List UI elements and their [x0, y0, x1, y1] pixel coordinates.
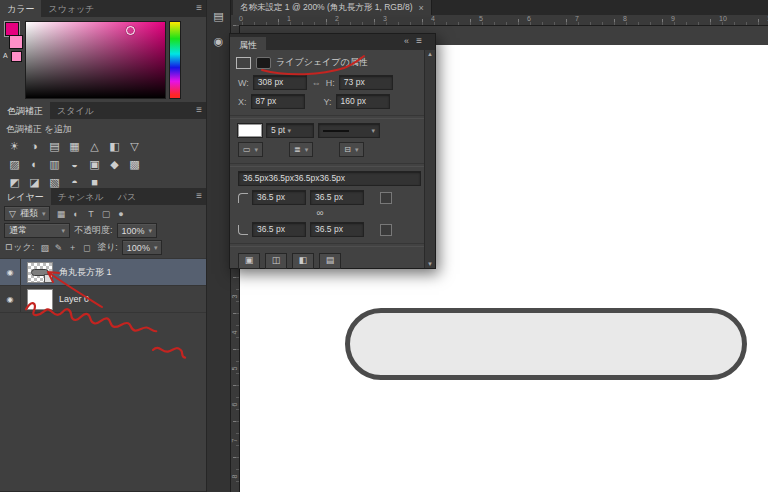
blend-mode-select[interactable]: 通常 ▾	[4, 223, 70, 238]
tab-layers[interactable]: レイヤー	[0, 188, 51, 205]
y-field[interactable]: 160 px	[336, 94, 390, 109]
stroke-row: 5 pt ▾ ▾	[230, 123, 435, 138]
layer-row-layer0[interactable]: ◉ Layer 0	[0, 286, 206, 313]
position-row: X: 87 px ⇔ Y: 160 px	[230, 94, 435, 109]
adjustment-icon[interactable]: ▣	[87, 158, 102, 171]
stroke-width-value: 5 pt	[271, 125, 285, 135]
layer-visibility-toggle[interactable]: ◉	[0, 286, 21, 312]
adjustment-icon[interactable]: ◐	[27, 158, 42, 170]
adjustment-icon[interactable]: ◧	[107, 140, 122, 153]
tab-paths[interactable]: パス	[111, 188, 143, 205]
layer-name[interactable]: Layer 0	[59, 294, 89, 304]
adjust-icon-row-1: ☀◑▤▦△◧▽	[0, 137, 206, 155]
lock-icon[interactable]: ▨	[38, 242, 51, 254]
adjustment-icon[interactable]: △	[87, 140, 102, 153]
stroke-corner-select[interactable]: ⊟ ▾	[339, 142, 363, 157]
chain-link-icon[interactable]: ∞	[316, 207, 323, 218]
stroke-align-select[interactable]: ▭ ▾	[238, 142, 263, 157]
layer-thumbnail[interactable]	[27, 262, 53, 283]
panel-menu-icon[interactable]: ≡	[196, 2, 202, 13]
lock-icon[interactable]: ✎	[52, 242, 65, 254]
link-radius-checkbox[interactable]	[380, 192, 392, 204]
adjustment-icon[interactable]: ◩	[7, 176, 22, 189]
radius-top-right-field[interactable]: 36.5 px	[310, 190, 364, 205]
rounded-rectangle-shape[interactable]	[345, 308, 747, 380]
adjustment-icon[interactable]: ◆	[107, 158, 122, 171]
radius-bottom-right-field[interactable]: 36.5 px	[310, 222, 364, 237]
adjustment-icon[interactable]: ▩	[127, 158, 142, 171]
lock-icon[interactable]: +	[66, 242, 79, 254]
hue-slider[interactable]	[169, 21, 181, 99]
collapse-panel-icon[interactable]: «	[404, 36, 409, 46]
layer-visibility-toggle[interactable]: ◉	[0, 259, 21, 285]
color-picker-marker[interactable]	[126, 26, 135, 35]
stroke-cap-select[interactable]: ≣ ▾	[289, 142, 313, 157]
layer-thumbnail[interactable]	[27, 289, 53, 310]
ruler-number: 7	[231, 436, 238, 445]
tab-swatches[interactable]: スウォッチ	[41, 0, 101, 17]
layer-filter-icon[interactable]: ▢	[99, 208, 112, 220]
adjustment-icon[interactable]: ◑	[27, 140, 42, 152]
ruler-horizontal[interactable]: 01234567891011	[230, 15, 768, 26]
adjustment-icon[interactable]: ☀	[7, 140, 22, 153]
adjustment-icon[interactable]: ◒	[67, 158, 82, 170]
dock-panel-icon[interactable]: ◉	[210, 32, 228, 50]
gamut-color-chip[interactable]	[11, 51, 22, 62]
layer-name[interactable]: 角丸長方形 1	[59, 266, 112, 279]
height-field[interactable]: 73 px	[339, 75, 393, 90]
saturation-value-picker[interactable]	[25, 21, 166, 99]
layer-filter-icon[interactable]: T	[84, 208, 97, 220]
tab-color[interactable]: カラー	[0, 0, 41, 17]
adjustment-icon[interactable]: ◓	[67, 176, 82, 188]
tab-channels[interactable]: チャンネル	[51, 188, 111, 205]
panel-menu-icon[interactable]: ≡	[416, 35, 422, 46]
layer-filter-icon[interactable]: ●	[114, 208, 127, 220]
link-radius-checkbox[interactable]	[380, 224, 392, 236]
opacity-select[interactable]: 100% ▾	[117, 223, 158, 238]
adjustment-icon[interactable]: ▦	[67, 140, 82, 153]
tab-properties[interactable]: 属性	[230, 37, 266, 53]
x-field[interactable]: 87 px	[251, 94, 305, 109]
adjustment-icon[interactable]: ◪	[27, 176, 42, 189]
layer-filter-icon[interactable]: ▦	[54, 208, 67, 220]
radius-summary-field[interactable]: 36.5px36.5px36.5px36.5px	[238, 171, 421, 186]
dock-panel-icon[interactable]: ▤	[210, 7, 228, 25]
layer-row-rounded-rectangle[interactable]: ◉ 角丸長方形 1	[0, 259, 206, 286]
adjustment-icon[interactable]: ▨	[7, 158, 22, 171]
radius-bottom-left-field[interactable]: 36.5 px	[252, 222, 306, 237]
close-icon[interactable]: ×	[419, 3, 424, 13]
panel-menu-icon[interactable]: ≡	[196, 104, 202, 115]
x-label: X:	[238, 97, 247, 107]
shape-operation-button[interactable]: ◫	[265, 253, 287, 269]
tab-adjustments[interactable]: 色調補正	[0, 102, 50, 119]
scroll-down-icon[interactable]: ▼	[425, 261, 435, 267]
width-field[interactable]: 308 px	[253, 75, 307, 90]
foreground-color-chip[interactable]	[5, 22, 19, 36]
radius-top-row: 36.5 px 36.5 px	[230, 190, 435, 205]
ruler-number: 5	[231, 364, 238, 373]
shape-operation-button[interactable]: ▣	[238, 253, 260, 269]
lock-icon[interactable]: ◻	[80, 242, 93, 254]
scroll-up-icon[interactable]: ▲	[425, 51, 435, 57]
link-dimensions-icon[interactable]: ⇔	[312, 78, 321, 88]
layer-filter-select[interactable]: ▽ 種類 ▾	[4, 206, 50, 221]
properties-scrollbar[interactable]: ▲ ▼	[424, 50, 435, 268]
adjustments-tabbar: 色調補正 スタイル ≡	[0, 102, 206, 119]
adjustment-icon[interactable]: ▥	[47, 158, 62, 171]
stroke-color-chip[interactable]	[238, 124, 262, 137]
adjustment-icon[interactable]: ▤	[47, 140, 62, 153]
adjustment-icon[interactable]: ▽	[127, 140, 142, 153]
stroke-width-select[interactable]: 5 pt ▾	[266, 123, 314, 138]
background-color-chip[interactable]	[9, 35, 23, 49]
adjustment-icon[interactable]: ■	[87, 176, 102, 188]
tab-styles[interactable]: スタイル	[50, 102, 101, 119]
stroke-style-select[interactable]: ▾	[318, 123, 380, 138]
radius-top-left-field[interactable]: 36.5 px	[252, 190, 306, 205]
shape-operation-button[interactable]: ▤	[319, 253, 341, 269]
fill-select[interactable]: 100% ▾	[122, 240, 163, 255]
adjustment-icon[interactable]: ▧	[47, 176, 62, 189]
document-tab[interactable]: 名称未設定 1 @ 200% (角丸長方形 1, RGB/8) ×	[233, 0, 432, 15]
panel-menu-icon[interactable]: ≡	[196, 190, 202, 201]
shape-operation-button[interactable]: ◧	[292, 253, 314, 269]
layer-filter-icon[interactable]: ◐	[69, 208, 82, 220]
